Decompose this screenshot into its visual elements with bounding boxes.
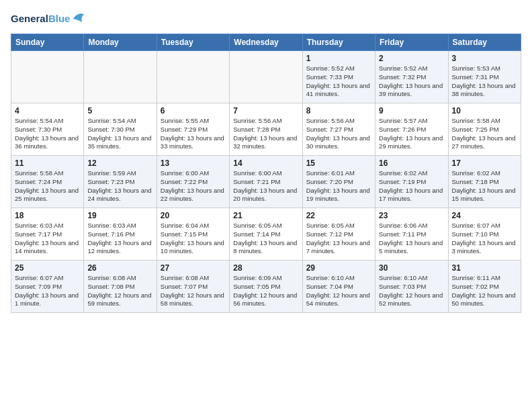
calendar-cell: 19Sunrise: 6:03 AM Sunset: 7:16 PM Dayli…	[84, 208, 157, 261]
day-number: 2	[379, 54, 444, 63]
day-number: 3	[452, 54, 517, 63]
day-number: 11	[15, 158, 80, 168]
calendar-cell: 12Sunrise: 5:59 AM Sunset: 7:23 PM Dayli…	[84, 156, 157, 208]
calendar-cell: 20Sunrise: 6:04 AM Sunset: 7:15 PM Dayli…	[157, 208, 229, 261]
day-content: Sunrise: 6:01 AM Sunset: 7:20 PM Dayligh…	[306, 169, 371, 203]
calendar-cell: 16Sunrise: 6:02 AM Sunset: 7:19 PM Dayli…	[375, 156, 448, 208]
day-content: Sunrise: 5:52 AM Sunset: 7:32 PM Dayligh…	[379, 64, 444, 99]
calendar-cell: 23Sunrise: 6:06 AM Sunset: 7:11 PM Dayli…	[375, 208, 448, 261]
calendar-cell: 18Sunrise: 6:03 AM Sunset: 7:17 PM Dayli…	[11, 208, 84, 261]
calendar-week-row: 4Sunrise: 5:54 AM Sunset: 7:30 PM Daylig…	[11, 103, 521, 156]
day-number: 25	[15, 263, 80, 273]
calendar-cell: 5Sunrise: 5:54 AM Sunset: 7:30 PM Daylig…	[84, 103, 157, 156]
day-number: 7	[233, 106, 298, 116]
weekday-header: Wednesday	[230, 34, 302, 51]
day-number: 4	[15, 106, 80, 116]
day-content: Sunrise: 5:58 AM Sunset: 7:24 PM Dayligh…	[15, 169, 80, 203]
day-number: 22	[306, 211, 371, 220]
calendar-cell: 17Sunrise: 6:02 AM Sunset: 7:18 PM Dayli…	[448, 156, 521, 208]
calendar-cell: 9Sunrise: 5:57 AM Sunset: 7:26 PM Daylig…	[375, 103, 448, 156]
calendar-header: SundayMondayTuesdayWednesdayThursdayFrid…	[11, 34, 521, 51]
calendar-cell	[11, 51, 84, 103]
day-number: 20	[161, 211, 226, 220]
day-number: 6	[161, 106, 226, 116]
day-number: 14	[233, 158, 298, 168]
calendar-cell: 13Sunrise: 6:00 AM Sunset: 7:22 PM Dayli…	[157, 156, 229, 208]
day-number: 18	[15, 211, 80, 220]
day-content: Sunrise: 5:54 AM Sunset: 7:30 PM Dayligh…	[87, 117, 152, 151]
day-content: Sunrise: 5:56 AM Sunset: 7:28 PM Dayligh…	[233, 117, 298, 151]
day-number: 28	[233, 263, 298, 273]
day-content: Sunrise: 6:04 AM Sunset: 7:15 PM Dayligh…	[161, 222, 226, 256]
calendar-cell: 29Sunrise: 6:10 AM Sunset: 7:04 PM Dayli…	[302, 261, 375, 313]
calendar-cell: 27Sunrise: 6:08 AM Sunset: 7:07 PM Dayli…	[157, 261, 229, 313]
logo-general: General	[11, 13, 48, 24]
day-content: Sunrise: 5:55 AM Sunset: 7:29 PM Dayligh…	[161, 117, 226, 151]
calendar-week-row: 25Sunrise: 6:07 AM Sunset: 7:09 PM Dayli…	[11, 261, 521, 313]
page-header: GeneralBlue	[11, 11, 521, 26]
calendar-cell: 26Sunrise: 6:08 AM Sunset: 7:08 PM Dayli…	[84, 261, 157, 313]
logo-bird-icon	[72, 11, 85, 26]
day-content: Sunrise: 6:06 AM Sunset: 7:11 PM Dayligh…	[379, 222, 444, 256]
day-content: Sunrise: 6:08 AM Sunset: 7:08 PM Dayligh…	[87, 274, 152, 308]
calendar-cell: 25Sunrise: 6:07 AM Sunset: 7:09 PM Dayli…	[11, 261, 84, 313]
day-content: Sunrise: 6:07 AM Sunset: 7:09 PM Dayligh…	[15, 274, 80, 308]
weekday-header: Monday	[84, 34, 157, 51]
day-number: 26	[87, 263, 152, 273]
calendar-cell: 4Sunrise: 5:54 AM Sunset: 7:30 PM Daylig…	[11, 103, 84, 156]
day-number: 21	[233, 211, 298, 220]
logo: GeneralBlue	[11, 11, 85, 26]
day-content: Sunrise: 6:10 AM Sunset: 7:04 PM Dayligh…	[306, 274, 371, 308]
day-number: 16	[379, 158, 444, 168]
calendar-cell: 7Sunrise: 5:56 AM Sunset: 7:28 PM Daylig…	[230, 103, 302, 156]
weekday-header: Thursday	[302, 34, 375, 51]
calendar-cell: 14Sunrise: 6:00 AM Sunset: 7:21 PM Dayli…	[230, 156, 302, 208]
day-number: 31	[452, 263, 517, 273]
calendar-cell: 3Sunrise: 5:53 AM Sunset: 7:31 PM Daylig…	[448, 51, 521, 103]
day-number: 29	[306, 263, 371, 273]
day-content: Sunrise: 5:56 AM Sunset: 7:27 PM Dayligh…	[306, 117, 371, 151]
calendar-table: SundayMondayTuesdayWednesdayThursdayFrid…	[11, 34, 521, 313]
day-content: Sunrise: 5:54 AM Sunset: 7:30 PM Dayligh…	[15, 117, 80, 151]
day-content: Sunrise: 5:59 AM Sunset: 7:23 PM Dayligh…	[87, 169, 152, 203]
weekday-header: Tuesday	[157, 34, 229, 51]
day-number: 30	[379, 263, 444, 273]
day-content: Sunrise: 5:53 AM Sunset: 7:31 PM Dayligh…	[452, 64, 517, 99]
calendar-cell: 6Sunrise: 5:55 AM Sunset: 7:29 PM Daylig…	[157, 103, 229, 156]
day-number: 24	[452, 211, 517, 220]
day-number: 27	[161, 263, 226, 273]
day-content: Sunrise: 6:08 AM Sunset: 7:07 PM Dayligh…	[161, 274, 226, 308]
day-number: 5	[87, 106, 152, 116]
calendar-cell: 2Sunrise: 5:52 AM Sunset: 7:32 PM Daylig…	[375, 51, 448, 103]
day-number: 12	[87, 158, 152, 168]
day-content: Sunrise: 6:00 AM Sunset: 7:21 PM Dayligh…	[233, 169, 298, 203]
day-content: Sunrise: 6:07 AM Sunset: 7:10 PM Dayligh…	[452, 222, 517, 256]
day-content: Sunrise: 6:09 AM Sunset: 7:05 PM Dayligh…	[233, 274, 298, 308]
calendar-cell	[230, 51, 302, 103]
day-content: Sunrise: 5:58 AM Sunset: 7:25 PM Dayligh…	[452, 117, 517, 151]
day-number: 23	[379, 211, 444, 220]
day-content: Sunrise: 6:05 AM Sunset: 7:12 PM Dayligh…	[306, 222, 371, 256]
day-number: 9	[379, 106, 444, 116]
calendar-cell: 22Sunrise: 6:05 AM Sunset: 7:12 PM Dayli…	[302, 208, 375, 261]
weekday-header: Sunday	[11, 34, 84, 51]
day-content: Sunrise: 6:05 AM Sunset: 7:14 PM Dayligh…	[233, 222, 298, 256]
day-content: Sunrise: 6:02 AM Sunset: 7:19 PM Dayligh…	[379, 169, 444, 203]
calendar-cell: 28Sunrise: 6:09 AM Sunset: 7:05 PM Dayli…	[230, 261, 302, 313]
calendar-cell	[84, 51, 157, 103]
calendar-cell: 30Sunrise: 6:10 AM Sunset: 7:03 PM Dayli…	[375, 261, 448, 313]
day-content: Sunrise: 6:10 AM Sunset: 7:03 PM Dayligh…	[379, 274, 444, 308]
day-content: Sunrise: 5:57 AM Sunset: 7:26 PM Dayligh…	[379, 117, 444, 151]
day-content: Sunrise: 5:52 AM Sunset: 7:33 PM Dayligh…	[306, 64, 371, 99]
day-number: 17	[452, 158, 517, 168]
calendar-cell: 8Sunrise: 5:56 AM Sunset: 7:27 PM Daylig…	[302, 103, 375, 156]
calendar-cell: 15Sunrise: 6:01 AM Sunset: 7:20 PM Dayli…	[302, 156, 375, 208]
day-number: 13	[161, 158, 226, 168]
calendar-week-row: 11Sunrise: 5:58 AM Sunset: 7:24 PM Dayli…	[11, 156, 521, 208]
calendar-week-row: 1Sunrise: 5:52 AM Sunset: 7:33 PM Daylig…	[11, 51, 521, 103]
calendar-cell: 11Sunrise: 5:58 AM Sunset: 7:24 PM Dayli…	[11, 156, 84, 208]
calendar-cell: 31Sunrise: 6:11 AM Sunset: 7:02 PM Dayli…	[448, 261, 521, 313]
calendar-cell: 21Sunrise: 6:05 AM Sunset: 7:14 PM Dayli…	[230, 208, 302, 261]
weekday-header: Saturday	[448, 34, 521, 51]
weekday-header: Friday	[375, 34, 448, 51]
